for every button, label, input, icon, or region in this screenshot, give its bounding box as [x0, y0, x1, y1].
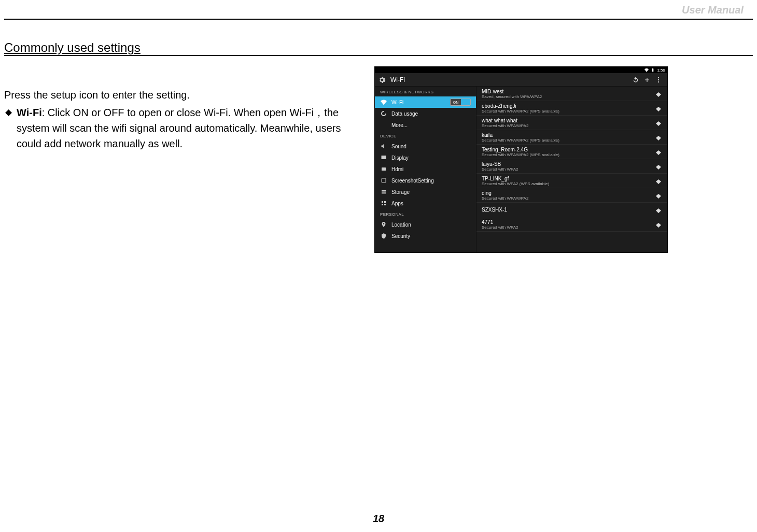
sidebar-item-hdmi[interactable]: Hdmi [375, 163, 476, 175]
apps-icon [380, 200, 387, 207]
wifi-ssid: ding [482, 190, 528, 196]
svg-rect-4 [382, 167, 386, 171]
wifi-network-item[interactable]: laiya-SBSecured with WPA2 [476, 159, 667, 174]
toggle-on-label: ON [451, 101, 461, 104]
screenshot-icon [380, 177, 387, 184]
svg-point-1 [658, 79, 659, 80]
add-network-icon[interactable] [641, 74, 653, 86]
intro-line: Press the setup icon to enter the settin… [4, 87, 357, 103]
overflow-menu-icon[interactable] [653, 74, 664, 86]
sidebar-item-label: Sound [391, 144, 471, 149]
svg-rect-9 [382, 201, 383, 203]
wifi-network-item[interactable]: TP-LINK_gfSecured with WPA2 (WPS availab… [476, 174, 667, 188]
storage-icon [380, 188, 387, 195]
wifi-signal-icon [655, 163, 662, 170]
sidebar-item-display[interactable]: Display [375, 152, 476, 163]
wifi-signal-icon [655, 134, 662, 141]
sidebar-item-label: Location [391, 222, 471, 228]
wifi-sub: Secured with WPA2 (WPS available) [482, 181, 549, 186]
bullet-label: Wi-Fi [17, 107, 42, 118]
bullet-item: ◆ Wi-Fi: Click ON or OFF to open or clos… [4, 105, 357, 151]
sidebar-item-label: More... [391, 122, 471, 128]
security-icon [380, 232, 387, 240]
wifi-sub: Secured with WPA/WPA2 (WPS available) [482, 109, 559, 114]
svg-rect-10 [384, 201, 386, 203]
title-bar: Wi-Fi [375, 73, 667, 87]
wifi-signal-icon [655, 105, 662, 112]
wifi-sub: Secured with WPA/WPA2 [482, 196, 528, 201]
svg-rect-11 [382, 204, 383, 205]
bullet-diamond-icon: ◆ [4, 105, 13, 120]
sidebar-item-label: Security [391, 233, 471, 239]
location-icon [380, 221, 387, 228]
wifi-network-item[interactable]: SZXSHX-1 [476, 203, 667, 217]
svg-rect-5 [382, 178, 386, 183]
wifi-network-list: MID-westSaved, secured with WPA/WPA2 ebo… [476, 87, 667, 253]
status-time: 1:59 [657, 68, 665, 73]
wifi-ssid: TP-LINK_gf [482, 176, 549, 181]
wifi-sub: Secured with WPA/WPA2 [482, 123, 528, 128]
sidebar-item-label: Storage [391, 189, 471, 195]
sidebar-item-label: Apps [391, 201, 471, 206]
wifi-ssid: 4771 [482, 219, 518, 225]
sidebar-item-security[interactable]: Security [375, 230, 476, 242]
display-icon [380, 154, 387, 161]
wifi-sub: Secured with WPA/WPA2 (WPS available) [482, 138, 559, 143]
wifi-network-item[interactable]: dingSecured with WPA/WPA2 [476, 188, 667, 203]
wifi-network-item[interactable]: kaifaSecured with WPA/WPA2 (WPS availabl… [476, 130, 667, 145]
data-usage-icon [380, 110, 387, 117]
sidebar-item-label: Wi-Fi [391, 100, 446, 105]
refresh-icon[interactable] [630, 74, 641, 86]
toggle-knob [461, 99, 470, 105]
svg-point-0 [658, 77, 659, 78]
svg-rect-12 [384, 204, 386, 205]
svg-rect-8 [382, 193, 386, 194]
sidebar-item-location[interactable]: Location [375, 219, 476, 230]
wifi-icon [380, 99, 387, 106]
gear-icon [378, 76, 386, 84]
sidebar-item-wifi[interactable]: Wi-Fi ON [375, 96, 476, 108]
sidebar-item-label: Hdmi [391, 166, 471, 172]
sidebar-item-screenshot-setting[interactable]: ScreenshotSetting [375, 175, 476, 186]
wifi-signal-icon [655, 192, 662, 199]
wifi-sub: Secured with WPA2 [482, 167, 518, 172]
wifi-sub: Secured with WPA2 [482, 225, 518, 230]
title-underline-rule [4, 55, 753, 56]
wifi-signal-icon [655, 90, 662, 97]
wifi-network-item[interactable]: Testing_Room-2.4GSecured with WPA/WPA2 (… [476, 145, 667, 159]
sidebar-item-sound[interactable]: Sound [375, 141, 476, 152]
wifi-ssid: laiya-SB [482, 161, 518, 167]
bullet-text: Wi-Fi: Click ON or OFF to open or close … [13, 105, 357, 151]
svg-rect-7 [382, 192, 386, 193]
wifi-network-item[interactable]: 4771Secured with WPA2 [476, 217, 667, 232]
sidebar-item-more[interactable]: More... [375, 119, 476, 131]
wifi-sub: Saved, secured with WPA/WPA2 [482, 94, 542, 99]
sidebar-item-label: ScreenshotSetting [391, 178, 471, 184]
sidebar-item-label: Data usage [391, 111, 471, 117]
sidebar-item-data-usage[interactable]: Data usage [375, 108, 476, 119]
wifi-ssid: SZXSHX-1 [482, 207, 507, 213]
wifi-settings-screenshot: 1:59 Wi-Fi WIRELESS & NETWORKS Wi-Fi ON [374, 66, 668, 253]
settings-sidebar: WIRELESS & NETWORKS Wi-Fi ON Data usage … [375, 87, 476, 253]
wifi-ssid: kaifa [482, 132, 559, 138]
wifi-network-item[interactable]: MID-westSaved, secured with WPA/WPA2 [476, 87, 667, 101]
blank-icon [380, 121, 387, 129]
svg-point-2 [658, 81, 659, 82]
sidebar-header-personal: PERSONAL [375, 209, 476, 219]
sidebar-header-device: DEVICE [375, 131, 476, 141]
header-label: User Manual [682, 4, 744, 16]
wifi-network-item[interactable]: eboda-ZhengJiSecured with WPA/WPA2 (WPS … [476, 101, 667, 116]
wifi-toggle[interactable]: ON [450, 99, 471, 106]
sidebar-item-label: Display [391, 155, 471, 161]
sound-icon [380, 143, 387, 150]
sidebar-item-apps[interactable]: Apps [375, 198, 476, 209]
wifi-ssid: what what what [482, 118, 528, 123]
wifi-network-item[interactable]: what what whatSecured with WPA/WPA2 [476, 116, 667, 130]
wifi-signal-icon [655, 221, 662, 228]
wifi-ssid: Testing_Room-2.4G [482, 147, 559, 152]
svg-rect-6 [382, 190, 386, 191]
wifi-sub: Secured with WPA/WPA2 (WPS available) [482, 152, 559, 157]
wifi-signal-icon [655, 119, 662, 127]
sidebar-header-wireless: WIRELESS & NETWORKS [375, 87, 476, 96]
sidebar-item-storage[interactable]: Storage [375, 186, 476, 198]
